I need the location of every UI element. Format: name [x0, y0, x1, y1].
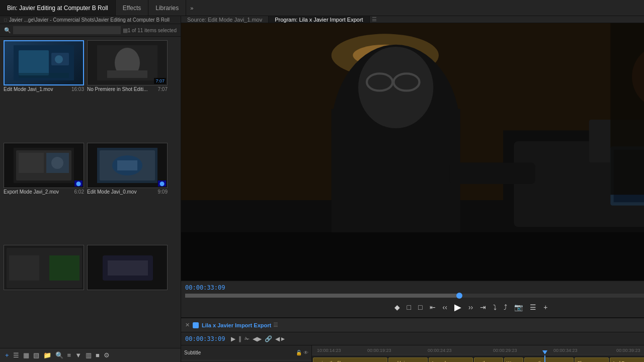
- bin-path-text: Javier ...ge\Javier - Commercial Shots\J…: [9, 17, 170, 23]
- play-btn[interactable]: ▶: [452, 301, 463, 314]
- step-back-btn[interactable]: ‹‹: [441, 302, 449, 312]
- timeline-ruler[interactable]: 10:00:14:23 00:00:19:23 00:00:24:23 00:0…: [312, 345, 644, 355]
- icon-freeform[interactable]: ▧: [31, 350, 41, 360]
- timeline-header: ✕ Lila x Javier Import Export ☰: [181, 318, 644, 332]
- go-to-out-btn[interactable]: ⇥: [478, 302, 488, 312]
- list-item[interactable]: [4, 245, 84, 344]
- timecode-row: 00:00:33:09 Fit25%50%100% 🔍 00:01:16:15: [181, 283, 644, 293]
- thumb-label: Export Mode Javi_2.mov 6:02: [4, 188, 84, 196]
- list-item[interactable]: A new he...: [429, 357, 473, 363]
- thumb-preview[interactable]: [87, 245, 168, 290]
- list-item[interactable]: review the files on _: [313, 357, 387, 363]
- scrubber-thumb[interactable]: [456, 293, 462, 299]
- thumb-preview[interactable]: [4, 245, 84, 290]
- add-btn[interactable]: +: [541, 302, 549, 312]
- clips-area: 10:00:14:23 00:00:19:23 00:00:24:23 00:0…: [312, 345, 644, 362]
- step-fwd-btn[interactable]: ››: [466, 302, 475, 312]
- icon-automate[interactable]: ■: [94, 350, 102, 360]
- insert-btn[interactable]: ⤵: [491, 302, 499, 312]
- thumb-duration-overlay-2: ⬤: [74, 180, 83, 187]
- list-item[interactable]: [87, 245, 168, 344]
- icon-storyboard-2[interactable]: ▥: [84, 350, 94, 360]
- icon-add-item[interactable]: +: [3, 350, 11, 360]
- close-timeline-icon[interactable]: ✕: [185, 322, 190, 328]
- list-item[interactable]: so the...: [474, 357, 503, 363]
- thumb-svg: [88, 245, 168, 290]
- list-item[interactable]: Edit Mode Javi_1.mov 16:03: [4, 40, 84, 140]
- icon-new-bin[interactable]: 📁: [41, 350, 53, 360]
- tab-more-icon[interactable]: »: [186, 5, 197, 11]
- preview-video-svg: [181, 23, 644, 281]
- selected-count: 1 of 11 items selected: [128, 28, 177, 33]
- icon-find[interactable]: 🔍: [53, 350, 65, 360]
- center-panel: Source: Edit Mode Javi_1.mov Program: Li…: [181, 16, 644, 362]
- ruler-mark-1: 00:00:19:23: [367, 348, 391, 353]
- timeline-menu-icon[interactable]: ☰: [273, 322, 278, 328]
- list-item[interactable]: 7:07 No Premiere in Shot Editi... 7:07: [87, 40, 168, 140]
- program-tab-menu[interactable]: ☰: [372, 16, 377, 23]
- out-point-btn[interactable]: □: [416, 302, 424, 312]
- list-item[interactable]: And Pre...: [610, 357, 644, 363]
- overwrite-btn[interactable]: ⤴: [502, 302, 509, 312]
- thumb-preview[interactable]: 7:07: [87, 40, 168, 85]
- tab-bin[interactable]: Bin: Javier Editing at Computer B Roll: [0, 0, 116, 16]
- timeline-title: Lila x Javier Import Export: [202, 322, 271, 328]
- svg-rect-20: [49, 255, 79, 281]
- list-item[interactable]: and bring: [388, 357, 428, 363]
- thumb-svg: [4, 245, 84, 290]
- preview-controls: 00:00:33:09 Fit25%50%100% 🔍 00:01:16:15 …: [181, 281, 644, 317]
- thumb-preview[interactable]: ⬤: [4, 143, 84, 188]
- ruler-mark-2: 00:00:24:23: [428, 348, 452, 353]
- thumb-label: No Premiere in Shot Editi... 7:07: [87, 85, 168, 93]
- source-timecode[interactable]: 00:00:33:09: [185, 284, 225, 291]
- svg-rect-16: [117, 160, 137, 170]
- timeline-timecode[interactable]: 00:00:33:09: [185, 335, 225, 342]
- tab-effects[interactable]: Effects: [116, 0, 148, 16]
- icon-dropdown[interactable]: ▼: [73, 350, 84, 360]
- tracks-wrapper: review the files on _ and bring A new he…: [312, 355, 644, 362]
- snap-icon[interactable]: ◀►: [275, 335, 286, 342]
- search-input[interactable]: [13, 26, 121, 34]
- svg-rect-4: [19, 73, 69, 78]
- ripple-tool-icon[interactable]: ∥: [238, 335, 242, 342]
- razor-tool-icon[interactable]: ✁: [245, 335, 250, 342]
- linked-sel-icon[interactable]: 🔗: [265, 335, 272, 342]
- program-preview: [181, 23, 644, 281]
- more-btn[interactable]: ☰: [528, 302, 538, 312]
- track-lock-icon[interactable]: 🔓: [296, 350, 302, 355]
- thumb-svg: [97, 45, 157, 80]
- list-item[interactable]: ⬤ Export Mode Javi_2.mov 6:02: [4, 143, 84, 242]
- camera-btn[interactable]: 📷: [512, 302, 525, 312]
- icon-settings[interactable]: ⚙: [102, 350, 112, 360]
- icon-sort[interactable]: ≡: [65, 350, 73, 360]
- program-tab[interactable]: Program: Lila x Javier Import Export: [269, 16, 369, 23]
- track-header-subtitle: Subtitle 🔓 👁: [181, 345, 311, 360]
- select-tool-icon[interactable]: ▶: [231, 335, 235, 342]
- list-item[interactable]: Choo...: [575, 357, 609, 363]
- add-marker-btn[interactable]: ◆: [392, 302, 402, 312]
- tab-libraries[interactable]: Libraries: [148, 0, 186, 16]
- list-item[interactable]: ⬤ Edit Mode Javi_0.mov 9:09: [87, 143, 168, 242]
- svg-point-12: [51, 157, 63, 169]
- track-eye-icon[interactable]: 👁: [303, 350, 308, 355]
- bin-path: □ Javier ...ge\Javier - Commercial Shots…: [0, 16, 181, 24]
- svg-rect-7: [107, 70, 147, 78]
- thumb-svg: [14, 148, 74, 183]
- list-item[interactable]: W...: [504, 357, 523, 363]
- thumb-svg: [14, 45, 74, 80]
- thumb-svg: [97, 148, 157, 183]
- source-tab[interactable]: Source: Edit Mode Javi_1.mov: [181, 16, 269, 23]
- icon-list-view[interactable]: ☰: [11, 350, 21, 360]
- in-point: [185, 294, 190, 298]
- list-item[interactable]: open the new...: [524, 357, 574, 363]
- icon-storyboard[interactable]: ▦: [123, 27, 128, 34]
- preview-scrubber[interactable]: [185, 294, 644, 298]
- svg-rect-1: [19, 50, 49, 75]
- icon-grid-view[interactable]: ▦: [21, 350, 31, 360]
- go-to-in-btn[interactable]: ⇤: [428, 302, 438, 312]
- thumb-preview[interactable]: [4, 40, 84, 85]
- in-point-btn[interactable]: □: [405, 302, 413, 312]
- slip-tool-icon[interactable]: ◀▶: [253, 335, 262, 342]
- track-subtitle-label: Subtitle: [184, 350, 214, 355]
- thumb-preview[interactable]: ⬤: [87, 143, 168, 188]
